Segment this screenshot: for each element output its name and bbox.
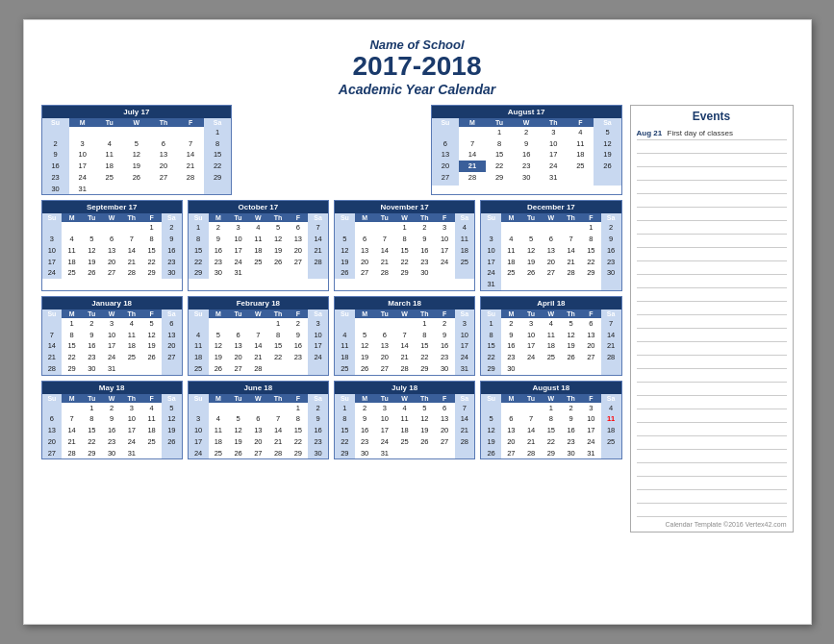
blank-line-14 [637,315,787,329]
main-layout: July 17 SuMTuWThFSa 1 2345678 9101112131… [41,105,794,533]
school-name: Name of School [41,37,794,52]
events-title: Events [637,110,787,123]
blank-line-10 [637,261,787,275]
row-2: September 17 SuMTuWThFSa 12 3456789 1011… [41,200,622,291]
blank-line-5 [637,194,787,208]
blank-line-28 [637,504,787,517]
row-3: January 18 SuMTuWThFSa 123456 7891011121… [41,296,622,376]
cal-jun-18: June 18 SuMTuWThFSa 12 3456789 101112131… [188,381,329,460]
blank-line-25 [637,463,787,477]
blank-line-8 [637,235,787,248]
row-1: July 17 SuMTuWThFSa 1 2345678 9101112131… [41,105,622,196]
blank-line-17 [637,356,787,369]
cal-sep-17: September 17 SuMTuWThFSa 12 3456789 1011… [41,200,183,291]
cal-may-18: May 18 SuMTuWThFSa 12345 6789101112 1314… [41,381,183,460]
cal-apr-18: April 18 SuMTuWThFSa 1234567 89101112131… [480,296,621,376]
cal-jul-18: July 18 SuMTuWThFSa 1234567 891011121314… [334,381,475,460]
blank-line-23 [637,436,787,450]
cal-oct-17: October 17 SuMTuWThFSa 1234567 891011121… [188,200,329,291]
blank-line-18 [637,369,787,383]
event-date-1: Aug 21 [637,129,664,137]
page: Name of School 2017-2018 Academic Year C… [23,19,812,625]
cal-nov-17: November 17 SuMTuWThFSa 1234 567891011 1… [334,200,475,291]
header: Name of School 2017-2018 Academic Year C… [41,37,794,97]
cal-july-17: July 17 SuMTuWThFSa 1 2345678 9101112131… [41,105,233,196]
row1-spacer [237,105,426,196]
cal-aug-17: August 17 SuMTuWThFSa 12345 6789101112 1… [431,105,622,196]
blank-line-7 [637,221,787,235]
events-section: Events Aug 21 First day of classes [630,105,794,533]
event-text-1: First day of classes [668,129,733,137]
blank-line-4 [637,181,787,194]
year-title: 2017-2018 [41,52,794,82]
blank-line-2 [637,154,787,167]
blank-line-22 [637,423,787,436]
row-4: May 18 SuMTuWThFSa 12345 6789101112 1314… [41,381,622,460]
blank-line-15 [637,329,787,342]
calendars-section: July 17 SuMTuWThFSa 1 2345678 9101112131… [41,105,622,533]
cal-aug-18: August 18 SuMTuWThFSa 1234 567891011 121… [480,381,621,460]
blank-line-16 [637,342,787,356]
cal-feb-18: February 18 SuMTuWThFSa 123 45678910 111… [188,296,329,376]
blank-line-1 [637,140,787,154]
blank-line-20 [637,396,787,409]
blank-line-13 [637,302,787,315]
blank-line-12 [637,288,787,302]
blank-line-11 [637,275,787,288]
blank-line-24 [637,450,787,463]
blank-line-3 [637,167,787,181]
blank-line-9 [637,248,787,261]
copyright: Calendar Template ©2016 Vertex42.com [637,521,787,528]
cal-mar-18: March 18 SuMTuWThFSa 123 45678910 111213… [334,296,475,376]
blank-line-26 [637,477,787,490]
cal-dec-17: December 17 SuMTuWThFSa 12 3456789 10111… [480,200,621,291]
academic-label: Academic Year Calendar [41,82,794,97]
event-item-1: Aug 21 First day of classes [637,127,787,140]
blank-line-21 [637,409,787,423]
blank-line-27 [637,490,787,504]
blank-line-6 [637,208,787,221]
blank-line-19 [637,383,787,396]
cal-jan-18: January 18 SuMTuWThFSa 123456 7891011121… [41,296,183,376]
